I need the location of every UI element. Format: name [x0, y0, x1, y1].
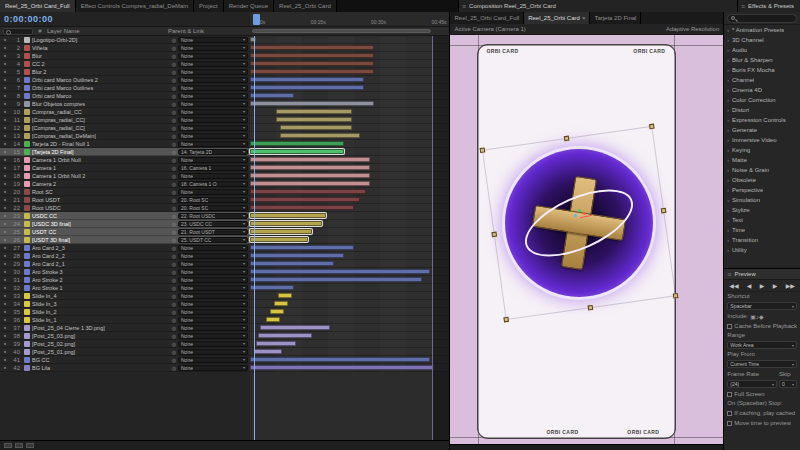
parent-dropdown[interactable]: 16. Camera 1▾ — [178, 165, 248, 171]
label-color-chip[interactable] — [24, 245, 30, 251]
label-color-chip[interactable] — [24, 317, 30, 323]
layer-name[interactable]: Slide In_2 — [32, 308, 170, 315]
layer-name[interactable]: Blur — [32, 52, 170, 59]
timeline-tab-2[interactable]: Project — [194, 0, 224, 12]
layer-name[interactable]: Orbi card Marco Outlines 2 — [32, 76, 170, 83]
eye-icon[interactable]: ● — [0, 340, 10, 347]
layer-duration-bar[interactable] — [250, 205, 354, 210]
layer-duration-bar[interactable] — [250, 197, 360, 202]
selection-handle[interactable] — [504, 317, 510, 323]
parent-dropdown[interactable]: 14. Tarjeta 2D▾ — [178, 149, 248, 155]
layer-row[interactable]: ●33Slide In_4◎None▾ — [0, 292, 449, 300]
pickwhip-icon[interactable]: ◎ — [170, 60, 178, 67]
eye-icon[interactable]: ● — [0, 236, 10, 243]
pickwhip-icon[interactable]: ◎ — [170, 164, 178, 171]
composition-tab-2[interactable]: Tarjeta 2D Final — [590, 12, 641, 24]
label-color-chip[interactable] — [24, 141, 30, 147]
eye-icon[interactable]: ● — [0, 84, 10, 91]
eye-icon[interactable]: ● — [0, 356, 10, 363]
label-color-chip[interactable] — [24, 181, 30, 187]
layer-row[interactable]: ●25USDT CC◎21. Root USDT▾ — [0, 228, 449, 236]
pickwhip-icon[interactable]: ◎ — [170, 188, 178, 195]
parent-dropdown[interactable]: None▾ — [178, 261, 248, 267]
label-color-chip[interactable] — [24, 349, 30, 355]
parent-dropdown[interactable]: None▾ — [178, 269, 248, 275]
play-from-dropdown[interactable]: Current Time▾ — [727, 360, 797, 368]
layer-row[interactable]: ●22Root USDC◎20. Root SC▾ — [0, 204, 449, 212]
pickwhip-icon[interactable]: ◎ — [170, 76, 178, 83]
timeline-tab-3[interactable]: Render Queue — [224, 0, 274, 12]
pickwhip-icon[interactable]: ◎ — [170, 244, 178, 251]
parent-dropdown[interactable]: 25. USDT CC▾ — [178, 237, 248, 243]
layer-name[interactable]: [Post_25_01.png] — [32, 348, 170, 355]
eye-icon[interactable]: ● — [0, 300, 10, 307]
effects-category[interactable]: ›Generate — [724, 125, 800, 135]
label-color-chip[interactable] — [24, 93, 30, 99]
layer-name[interactable]: BG CC — [32, 356, 170, 363]
eye-icon[interactable]: ● — [0, 124, 10, 131]
layer-name[interactable]: [Compras_radial_CC] — [32, 124, 170, 131]
label-color-chip[interactable] — [24, 53, 30, 59]
label-color-chip[interactable] — [24, 173, 30, 179]
layer-duration-bar[interactable] — [250, 61, 374, 66]
layer-duration-bar[interactable] — [266, 317, 280, 322]
pickwhip-icon[interactable]: ◎ — [170, 180, 178, 187]
skip-dropdown[interactable]: 0▾ — [779, 380, 797, 388]
selection-handle[interactable] — [588, 305, 594, 311]
label-color-chip[interactable] — [24, 269, 30, 275]
layer-row[interactable]: ●36Slide In_1◎None▾ — [0, 316, 449, 324]
layer-row[interactable]: ●3Blur◎None▾ — [0, 52, 449, 60]
effects-category[interactable]: ›Expression Controls — [724, 115, 800, 125]
layer-name[interactable]: [Tarjeta 2D Final] — [32, 148, 170, 155]
layer-row[interactable]: ●13[Compras_radial_DeMain]◎None▾ — [0, 132, 449, 140]
toggle-modes-icon[interactable] — [15, 443, 23, 448]
parent-dropdown[interactable]: None▾ — [178, 309, 248, 315]
layer-search-input[interactable] — [3, 28, 33, 35]
layer-row[interactable]: ●11[Compras_radial_CC]◎None▾ — [0, 116, 449, 124]
layer-name[interactable]: Camera 1 Orbit Null 2 — [32, 172, 170, 179]
layer-name[interactable]: Orbi card Marco Outlines — [32, 84, 170, 91]
layer-name[interactable]: Compras_radial_CC — [32, 108, 170, 115]
layer-name[interactable]: Aro Stroke 3 — [32, 268, 170, 275]
layer-row[interactable]: ●34Slide In_3◎None▾ — [0, 300, 449, 308]
layer-row[interactable]: ●26[USDT 3D final]◎25. USDT CC▾ — [0, 236, 449, 244]
layer-row[interactable]: ●19Camera 2◎18. Camera 1 O▾ — [0, 180, 449, 188]
parent-dropdown[interactable]: None▾ — [178, 85, 248, 91]
layer-duration-bar[interactable] — [250, 77, 364, 82]
layer-duration-bar[interactable] — [250, 261, 334, 266]
layer-duration-bar[interactable] — [250, 149, 344, 154]
parent-dropdown[interactable]: 23. USDC CC▾ — [178, 221, 248, 227]
column-parent-link[interactable]: Parent & Link — [168, 28, 250, 34]
eye-icon[interactable]: ● — [0, 244, 10, 251]
label-color-chip[interactable] — [24, 133, 30, 139]
work-area-bar[interactable] — [250, 27, 449, 35]
layer-duration-bar[interactable] — [280, 125, 352, 130]
label-color-chip[interactable] — [24, 229, 30, 235]
layer-name[interactable]: Root USDT — [32, 196, 170, 203]
layer-duration-bar[interactable] — [250, 85, 364, 90]
effects-category[interactable]: ›Simulation — [724, 195, 800, 205]
pickwhip-icon[interactable]: ◎ — [170, 212, 178, 219]
eye-icon[interactable]: ● — [0, 100, 10, 107]
pickwhip-icon[interactable]: ◎ — [170, 364, 178, 371]
layer-duration-bar[interactable] — [250, 277, 422, 282]
eye-icon[interactable]: ● — [0, 316, 10, 323]
pickwhip-icon[interactable]: ◎ — [170, 44, 178, 51]
layer-row[interactable]: ●6Orbi card Marco Outlines 2◎None▾ — [0, 76, 449, 84]
layer-row[interactable]: ●41BG CC◎None▾ — [0, 356, 449, 364]
layer-duration-bar[interactable] — [276, 117, 352, 122]
parent-dropdown[interactable]: None▾ — [178, 341, 248, 347]
layer-name[interactable]: USDT CC — [32, 228, 170, 235]
layer-selection-box[interactable] — [482, 126, 676, 320]
composition-canvas[interactable]: ORBI CARD ORBI CARD ORBI CARD ORBI CARD — [450, 35, 723, 444]
parent-dropdown[interactable]: 21. Root USDT▾ — [178, 229, 248, 235]
layer-duration-bar[interactable] — [250, 173, 370, 178]
layer-row[interactable]: ●31Aro Stroke 2◎None▾ — [0, 276, 449, 284]
layer-name[interactable]: Root USDC — [32, 204, 170, 211]
pickwhip-icon[interactable]: ◎ — [170, 172, 178, 179]
pickwhip-icon[interactable]: ◎ — [170, 348, 178, 355]
layer-name[interactable]: Camera 1 — [32, 164, 170, 171]
eye-icon[interactable]: ● — [0, 36, 10, 43]
layer-name[interactable]: [Post_25_04 Cierre 1 3D.png] — [32, 324, 170, 331]
eye-icon[interactable]: ● — [0, 212, 10, 219]
